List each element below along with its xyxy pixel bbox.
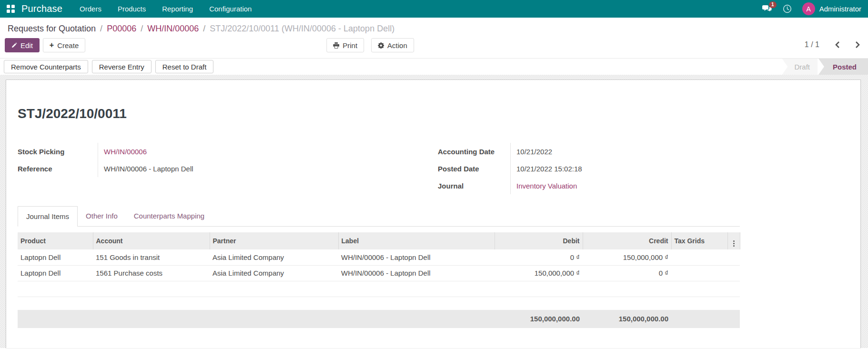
field-label: Posted Date [438, 165, 510, 173]
nav-item-configuration[interactable]: Configuration [209, 5, 252, 13]
messages-button[interactable]: 1 [762, 5, 772, 13]
cell-product: Laptopn Dell [18, 265, 93, 281]
cell-credit: 150,000,000 ₫ [583, 249, 671, 265]
avatar: A [802, 2, 815, 15]
breadcrumb-separator: / [141, 24, 143, 34]
form-sheet: STJ/2022/10/0011 Stock Picking WH/IN/000… [6, 80, 861, 348]
gear-icon [378, 42, 384, 49]
control-panel-buttons: Edit + Create Print A [0, 36, 868, 58]
breadcrumb-wh-in-00006[interactable]: WH/IN/00006 [147, 24, 199, 34]
cell-spacer [727, 249, 740, 265]
page-title: STJ/2022/10/0011 [18, 106, 740, 122]
cell-debit: 0 ₫ [495, 249, 583, 265]
column-header-credit[interactable]: Credit [583, 232, 671, 249]
field-journal: Journal Inventory Valuation [438, 177, 740, 194]
notebook-tabs: Journal Items Other Info Counterparts Ma… [18, 206, 740, 227]
state-draft[interactable]: Draft [782, 59, 818, 75]
cell-tax-grids [671, 265, 727, 281]
field-label: Journal [438, 182, 510, 190]
cell-spacer [727, 265, 740, 281]
column-header-product[interactable]: Product [18, 232, 93, 249]
pager-value: 1 / 1 [805, 40, 819, 49]
column-header-label[interactable]: Label [338, 232, 495, 249]
table-row[interactable]: Laptopn Dell 151 Goods in transit Asia L… [18, 249, 740, 265]
posted-date-value: 10/21/2022 15:02:18 [510, 160, 740, 177]
reference-value: WH/IN/00006 - Laptopn Dell [98, 160, 379, 177]
cell-label: WH/IN/00006 - Laptopn Dell [338, 265, 495, 281]
cell-label: WH/IN/00006 - Laptopn Dell [338, 249, 495, 265]
optional-columns-toggle[interactable] [727, 232, 740, 249]
print-icon [333, 42, 339, 49]
cell-partner: Asia Limited Company [210, 249, 338, 265]
print-button-label: Print [343, 41, 357, 50]
empty-row [18, 281, 740, 297]
column-header-debit[interactable]: Debit [495, 232, 583, 249]
tab-other-info[interactable]: Other Info [78, 206, 126, 227]
breadcrumb: Requests for Quotation / P00006 / WH/IN/… [0, 18, 868, 36]
total-debit: 150,000,000.00 [530, 315, 580, 323]
total-credit: 150,000,000.00 [619, 315, 668, 323]
cell-partner: Asia Limited Company [210, 265, 338, 281]
chevron-left-icon[interactable] [833, 40, 842, 50]
table-row[interactable]: Laptopn Dell 1561 Purchase costs Asia Li… [18, 265, 740, 281]
field-reference: Reference WH/IN/00006 - Laptopn Dell [18, 160, 379, 177]
tab-journal-items[interactable]: Journal Items [18, 206, 78, 227]
field-accounting-date: Accounting Date 10/21/2022 [438, 143, 740, 160]
action-button-label: Action [387, 41, 407, 50]
breadcrumb-current: STJ/2022/10/0011 (WH/IN/00006 - Laptopn … [210, 24, 394, 34]
edit-button-label: Edit [20, 41, 33, 50]
cell-account: 151 Goods in transit [93, 249, 210, 265]
activities-button[interactable] [783, 4, 792, 13]
field-label: Accounting Date [438, 148, 510, 156]
reset-to-draft-button[interactable]: Reset to Draft [155, 60, 214, 73]
field-label: Reference [18, 165, 98, 173]
column-header-partner[interactable]: Partner [210, 232, 338, 249]
breadcrumb-p00006[interactable]: P00006 [107, 24, 136, 34]
cell-product: Laptopn Dell [18, 249, 93, 265]
plus-icon: + [50, 41, 54, 49]
print-button[interactable]: Print [326, 38, 364, 52]
totals-row: 150,000,000.00 150,000,000.00 [18, 310, 740, 328]
journal-items-table: Product Account Partner Label Debit Cred… [18, 232, 740, 297]
create-button-label: Create [57, 41, 79, 50]
cell-debit: 150,000,000 ₫ [495, 265, 583, 281]
column-header-tax-grids[interactable]: Tax Grids [671, 232, 727, 249]
state-pipeline: Draft Posted [782, 59, 868, 75]
top-nav: Purchase Orders Products Reporting Confi… [0, 0, 868, 18]
apps-grid-icon[interactable] [7, 5, 15, 13]
breadcrumb-requests-for-quotation[interactable]: Requests for Quotation [8, 24, 96, 34]
state-posted[interactable]: Posted [818, 59, 868, 75]
breadcrumb-separator: / [203, 24, 205, 34]
create-button[interactable]: + Create [43, 38, 85, 52]
journal-link[interactable]: Inventory Valuation [516, 182, 577, 190]
reverse-entry-button[interactable]: Reverse Entry [92, 60, 151, 73]
nav-item-products[interactable]: Products [118, 5, 146, 13]
stock-picking-link[interactable]: WH/IN/00006 [104, 148, 147, 156]
edit-button[interactable]: Edit [5, 38, 40, 52]
kebab-dots-icon [731, 240, 737, 247]
breadcrumb-separator: / [100, 24, 102, 34]
cell-tax-grids [671, 249, 727, 265]
app-name[interactable]: Purchase [21, 3, 62, 14]
table-header-row: Product Account Partner Label Debit Cred… [18, 232, 740, 249]
pencil-icon [11, 42, 17, 48]
user-menu[interactable]: A Administrator [802, 2, 861, 15]
user-name: Administrator [819, 5, 861, 13]
nav-item-orders[interactable]: Orders [80, 5, 101, 13]
remove-counterparts-button[interactable]: Remove Counterparts [4, 60, 88, 73]
nav-menu: Orders Products Reporting Configuration [80, 5, 252, 13]
nav-item-reporting[interactable]: Reporting [162, 5, 193, 13]
form-statusbar: Remove Counterparts Reverse Entry Reset … [0, 58, 868, 75]
field-label: Stock Picking [18, 148, 98, 156]
clock-icon [783, 4, 792, 13]
chevron-right-icon[interactable] [853, 40, 862, 50]
tab-counterparts-mapping[interactable]: Counterparts Mapping [126, 206, 212, 227]
cell-credit: 0 ₫ [583, 265, 671, 281]
field-stock-picking: Stock Picking WH/IN/00006 [18, 143, 379, 160]
field-groups: Stock Picking WH/IN/00006 Reference WH/I… [18, 143, 740, 194]
accounting-date-value: 10/21/2022 [510, 143, 740, 160]
field-posted-date: Posted Date 10/21/2022 15:02:18 [438, 160, 740, 177]
column-header-account[interactable]: Account [93, 232, 210, 249]
form-background: STJ/2022/10/0011 Stock Picking WH/IN/000… [0, 75, 868, 348]
action-button[interactable]: Action [371, 38, 414, 52]
